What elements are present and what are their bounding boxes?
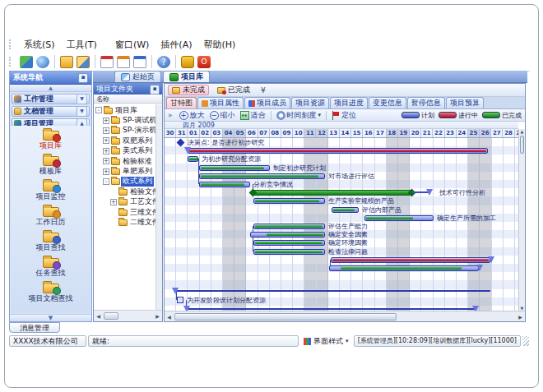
schedule-blue-icon[interactable]	[133, 56, 146, 68]
zoom-in-button[interactable]: +放大	[177, 110, 207, 121]
sidebar-item-1[interactable]: 项目库	[11, 126, 90, 151]
filter-incomplete-button[interactable]: 未完成	[168, 85, 209, 95]
menu-help[interactable]: 帮助(H)	[197, 39, 241, 51]
gantt-tab-4[interactable]: 项目资源	[291, 97, 329, 108]
menu-system[interactable]: 系统(S)	[18, 39, 61, 51]
zoom-out-button[interactable]: −缩小	[207, 110, 238, 121]
task-box[interactable]	[177, 297, 183, 303]
expand-icon[interactable]: +	[110, 199, 117, 205]
gantt-tab-6[interactable]: 变更信息	[369, 97, 406, 108]
resize-grip[interactable]	[522, 336, 529, 346]
tree-node[interactable]: +工艺文件	[94, 197, 156, 207]
task-bar-complete[interactable]	[199, 182, 250, 187]
sidebar-item-3[interactable]: 项目监控	[11, 177, 90, 202]
sidebar-group-work-management[interactable]: 工作管理 ▼	[12, 94, 90, 104]
overflow-chevron-icon[interactable]: »	[168, 111, 173, 119]
gantt-tab-8[interactable]: 项目预算	[446, 97, 484, 108]
menu-plugins[interactable]: 插件(A)	[155, 39, 197, 51]
task-bar-complete[interactable]	[199, 165, 270, 171]
tree-node[interactable]: +美式系列	[94, 146, 156, 156]
gantt-vertical-scrollbar[interactable]: ▲ ▼	[518, 129, 525, 311]
locate-button[interactable]: 定位	[329, 110, 359, 121]
summary-bar[interactable]	[253, 190, 412, 196]
open-folder-icon[interactable]	[60, 56, 73, 68]
task-bar-complete[interactable]	[253, 249, 325, 255]
tree-horizontal-scrollbar[interactable]: ◀ ▶	[94, 310, 162, 321]
gantt-tab-7[interactable]: 暂停信息	[407, 97, 445, 108]
tree-vertical-scrollbar[interactable]	[155, 104, 162, 311]
tree-node[interactable]: +双肥系列	[94, 136, 156, 145]
sidebar-scroll-up[interactable]: ▲	[10, 85, 91, 92]
milestone-diamond[interactable]	[177, 139, 185, 147]
tree-node[interactable]: -欧式系列	[94, 177, 156, 187]
task-bar-inprogress[interactable]	[188, 148, 488, 154]
tree-node[interactable]: 检验文件	[94, 187, 156, 196]
sidebar-item-5[interactable]: 项目查找	[11, 228, 90, 253]
scroll-left-icon[interactable]: ◀	[165, 314, 174, 320]
ui-style-button[interactable]: 界面样式 ▾	[300, 335, 352, 347]
tree-node[interactable]: +SP-演示机系	[94, 126, 156, 136]
sidebar-item-7[interactable]: 项目文档查找	[11, 279, 90, 304]
expand-icon[interactable]: +	[103, 118, 109, 124]
launch-grid-icon[interactable]	[20, 56, 33, 68]
tree-node[interactable]: +SP-调试机系	[94, 115, 156, 125]
pin-icon[interactable]: ▪	[78, 73, 88, 83]
lock-icon[interactable]	[181, 56, 194, 68]
sidebar-scroll-down[interactable]: ▼	[10, 314, 91, 321]
pin-icon[interactable]: ▪	[150, 85, 160, 95]
task-bar-complete[interactable]	[364, 215, 434, 221]
tree-node[interactable]: +检验标准	[94, 156, 156, 166]
expand-icon[interactable]: +	[103, 168, 109, 175]
folder-computer-icon[interactable]	[77, 56, 90, 68]
gantt-tab-3[interactable]: 项目成员	[244, 97, 290, 108]
tab-start-page[interactable]: 起始页	[114, 71, 161, 82]
tab-project-library[interactable]: 项目库	[163, 71, 210, 82]
timescale-button[interactable]: 时间刻度▾	[274, 110, 324, 121]
message-management-tab[interactable]: 消息管理	[9, 322, 60, 333]
chevron-down-icon[interactable]: ▼	[77, 94, 87, 104]
chevron-down-icon[interactable]: ▼	[77, 106, 87, 117]
power-icon[interactable]	[197, 56, 211, 68]
collapse-icon[interactable]: -	[95, 107, 102, 113]
scroll-thumb[interactable]	[174, 313, 397, 321]
expand-icon[interactable]: +	[103, 158, 109, 164]
task-bar-complete[interactable]	[332, 207, 359, 213]
menu-window[interactable]: 窗口(W)	[109, 39, 155, 51]
scroll-right-icon[interactable]: ▶	[153, 313, 162, 319]
menu-tools[interactable]: 工具(T)	[61, 39, 103, 51]
schedule-red-icon[interactable]	[100, 56, 114, 68]
tree-node[interactable]: -项目库	[94, 105, 156, 115]
sidebar-item-6[interactable]: 任务查找	[11, 253, 90, 279]
scroll-thumb[interactable]	[104, 312, 118, 320]
collapse-icon[interactable]: -	[103, 178, 109, 185]
expand-icon[interactable]: +	[103, 137, 109, 144]
tree-node[interactable]: 二维文件	[94, 217, 156, 227]
task-bar-complete[interactable]	[188, 156, 198, 162]
sidebar-item-4[interactable]: 工作日历	[11, 202, 90, 228]
task-bar-complete[interactable]	[253, 224, 325, 229]
task-bar-complete[interactable]	[199, 173, 325, 179]
task-bar-complete[interactable]	[253, 198, 325, 204]
phase-line[interactable]	[175, 290, 490, 292]
sidebar-item-2[interactable]: 模板库	[11, 151, 90, 177]
phase-line[interactable]	[187, 308, 476, 310]
gantt-horizontal-scrollbar[interactable]: ◀ ▶	[165, 311, 525, 321]
task-bar-inprogress[interactable]	[331, 257, 490, 263]
sidebar-group-document-management[interactable]: 文档管理 ▼	[12, 106, 90, 117]
help-icon[interactable]	[157, 56, 170, 68]
scroll-thumb[interactable]	[520, 136, 524, 154]
tree-node[interactable]: 三维文件	[94, 207, 156, 217]
fit-button[interactable]: 适合	[238, 110, 268, 121]
expand-icon[interactable]: +	[103, 148, 109, 154]
filter-complete-button[interactable]: 已完成	[213, 85, 254, 95]
tree-node[interactable]: +单肥系列	[94, 166, 156, 176]
globe-icon[interactable]	[36, 56, 49, 68]
gantt-tab-2[interactable]: 项目属性	[197, 97, 244, 108]
gantt-tab-5[interactable]: 项目进度	[330, 97, 368, 108]
scroll-up-icon[interactable]: ▲	[519, 129, 525, 134]
task-bar-complete[interactable]	[329, 265, 479, 271]
schedule-orange-icon[interactable]	[117, 56, 130, 68]
filter-more-button[interactable]: ¥	[261, 86, 266, 95]
gantt-tab-1[interactable]: 甘特图	[166, 97, 197, 108]
expand-icon[interactable]: +	[103, 127, 109, 134]
